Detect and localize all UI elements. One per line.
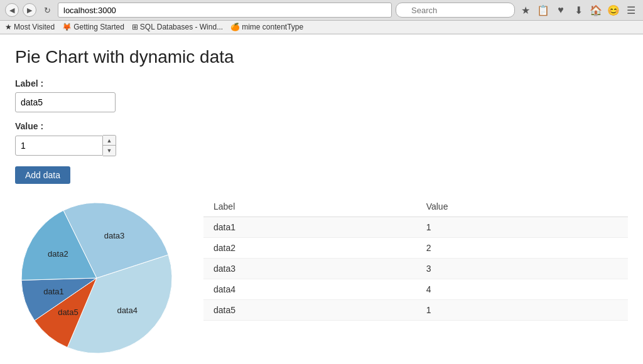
bookmark-sql-label: SQL Databases - Wind... [140,23,223,31]
pie-label-data1: data1 [43,287,64,296]
table-row: data33 [203,259,628,279]
value-field-label: Value : [15,121,628,131]
spinner-down-button[interactable]: ▼ [103,146,116,156]
windows-icon: ⊞ [132,23,138,31]
star-icon[interactable]: ★ [519,3,532,17]
page-title: Pie Chart with dynamic data [15,47,628,67]
pie-chart: data4data5data1data2data3 [15,196,178,361]
table-row: data11 [203,217,628,238]
address-bar[interactable] [58,3,392,18]
bookmark-sql[interactable]: ⊞ SQL Databases - Wind... [132,23,223,31]
table-cell-label: data5 [203,300,416,321]
bookmark-getting-started-label: Getting Started [73,23,124,31]
table-row: data22 [203,238,628,259]
data-table: Label Value data11data22data33data44data… [203,196,628,321]
profile-icon[interactable]: 😊 [607,3,620,17]
table-cell-value: 1 [416,300,628,321]
add-data-button[interactable]: Add data [15,166,70,184]
pie-label-data3: data3 [104,231,125,240]
value-input-wrapper: ▲ ▼ [15,135,628,156]
table-row: data44 [203,279,628,300]
pie-label-data5: data5 [58,308,78,317]
page-content: Pie Chart with dynamic data Label : Valu… [0,35,643,364]
spinner-buttons: ▲ ▼ [103,135,116,156]
forward-button[interactable]: ▶ [23,3,36,17]
toolbar-icons: ★ 📋 ♥ ⬇ 🏠 😊 ☰ [519,3,638,17]
table-cell-value: 2 [416,238,628,259]
table-cell-label: data1 [203,217,416,238]
search-wrapper: 🔍 [396,3,515,18]
table-cell-value: 3 [416,259,628,279]
bookmark-mime[interactable]: 🍊 mime contentType [230,23,303,31]
download-icon[interactable]: ⬇ [571,3,585,17]
pocket-icon[interactable]: ♥ [554,3,568,17]
most-visited-icon: ★ [5,23,12,31]
mime-icon: 🍊 [230,23,240,31]
bookmark-most-visited-label: Most Visited [14,23,55,31]
table-cell-value: 1 [416,217,628,238]
bookmark-most-visited[interactable]: ★ Most Visited [5,23,55,31]
chart-table-area: data4data5data1data2data3 Label Value da… [15,196,628,361]
col-header-label: Label [203,196,416,217]
back-button[interactable]: ◀ [5,3,19,17]
label-input[interactable] [15,92,116,112]
table-cell-label: data2 [203,238,416,259]
table-row: data51 [203,300,628,321]
pie-chart-svg: data4data5data1data2data3 [15,196,178,360]
browser-chrome: ◀ ▶ ↻ 🔍 ★ 📋 ♥ ⬇ 🏠 😊 ☰ ★ Most Visited 🦊 G… [0,0,643,35]
menu-icon[interactable]: ☰ [624,3,638,17]
pie-label-data4: data4 [117,306,138,315]
table-cell-label: data4 [203,279,416,300]
firefox-icon: 🦊 [62,23,72,31]
label-field-label: Label : [15,78,628,88]
value-input[interactable] [15,136,103,156]
home-icon[interactable]: 🏠 [589,3,603,17]
bookmarks-bar: ★ Most Visited 🦊 Getting Started ⊞ SQL D… [0,21,643,34]
bookmark-mime-label: mime contentType [242,23,303,31]
pie-label-data2: data2 [48,249,68,259]
bookmark-getting-started[interactable]: 🦊 Getting Started [62,23,124,31]
table-cell-label: data3 [203,259,416,279]
table-body: data11data22data33data44data51 [203,217,628,321]
clipboard-icon[interactable]: 📋 [536,3,550,17]
refresh-button[interactable]: ↻ [40,3,54,17]
table-cell-value: 4 [416,279,628,300]
browser-toolbar: ◀ ▶ ↻ 🔍 ★ 📋 ♥ ⬇ 🏠 😊 ☰ [0,0,643,21]
search-input[interactable] [396,3,515,18]
col-header-value: Value [416,196,628,217]
spinner-up-button[interactable]: ▲ [103,136,116,146]
